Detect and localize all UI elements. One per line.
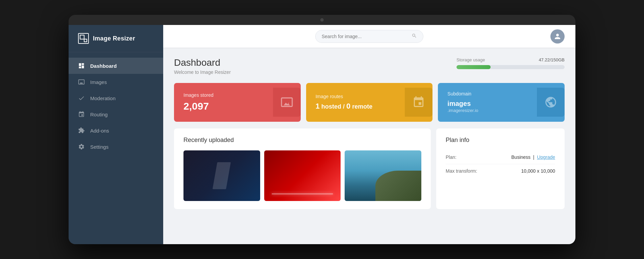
logo-text: Image Resizer [93,35,135,42]
stats-row: Images stored 2,097 Image routes [174,83,565,122]
stat-value-routes: 1 hosted / 0 remote [316,102,373,111]
images-icon [78,79,85,85]
search-input[interactable] [322,34,408,39]
page-subtitle: Welcome to Image Resizer [174,69,231,75]
sidebar-item-moderation[interactable]: Moderation [69,90,163,106]
sidebar-item-label-settings: Settings [90,144,108,150]
bottom-row: Recently uploaded Plan info Plan: [174,128,565,209]
device-camera [320,18,324,22]
storage-value: 47.22/150GB [539,57,565,62]
plan-row-transform: Max transform: 10,000 x 10,000 [446,164,555,178]
main-content: Dashboard Welcome to Image Resizer Stora… [163,25,575,244]
sidebar-item-images[interactable]: Images [69,74,163,90]
storage-label: Storage usage 47.22/150GB [456,57,565,62]
sidebar-item-dashboard[interactable]: Dashboard [69,58,163,74]
search-bar[interactable] [315,30,423,43]
max-transform-label: Max transform: [446,168,477,174]
logo-icon [78,33,89,44]
user-avatar[interactable] [550,29,565,44]
plan-row-plan: Plan: Business | Upgrade [446,150,555,164]
page-content: Dashboard Welcome to Image Resizer Stora… [163,48,575,244]
plan-label: Plan: [446,154,456,160]
stat-card-content: Images stored 2,097 [183,92,214,112]
stat-label-images: Images stored [183,92,214,98]
plan-info-section: Plan info Plan: Business | Upgrade Max t… [436,128,565,209]
header [163,25,575,48]
image-thumb-2 [264,150,341,201]
image-grid [183,150,421,201]
stat-icon-routes [405,88,432,117]
sidebar-item-settings[interactable]: Settings [69,139,163,155]
stat-card-images-stored: Images stored 2,097 [174,83,301,122]
image-thumb-1 [183,150,260,201]
dashboard-icon [78,62,85,69]
page-title-section: Dashboard Welcome to Image Resizer [174,57,231,75]
sidebar-item-routing[interactable]: Routing [69,106,163,122]
stat-card-routes-content: Image routes 1 hosted / 0 remote [316,94,373,111]
plan-value: Business | Upgrade [511,154,555,160]
stat-icon-images [273,88,301,117]
storage-fill [456,65,491,69]
moderation-icon [78,95,85,102]
sidebar-item-addons[interactable]: Add-ons [69,122,163,139]
stat-card-subdomain: Subdomain images .imageresizer.io [438,83,565,122]
storage-bar [456,65,565,69]
stat-label-subdomain: Subdomain [447,91,478,96]
stat-card-subdomain-content: Subdomain images .imageresizer.io [447,91,478,114]
routing-icon [78,111,85,118]
stat-value-images: 2,097 [183,100,214,112]
page-title: Dashboard [174,57,231,68]
page-header: Dashboard Welcome to Image Resizer Stora… [174,57,565,75]
image-thumb-3 [345,150,421,201]
stat-card-image-routes: Image routes 1 hosted / 0 remote [306,83,433,122]
recently-uploaded-title: Recently uploaded [183,137,421,144]
sidebar-item-label-moderation: Moderation [90,95,116,101]
stat-label-routes: Image routes [316,94,373,99]
sidebar: Image Resizer Dashboard [69,25,163,244]
stat-icon-subdomain [537,88,565,117]
upgrade-link[interactable]: Upgrade [537,154,555,160]
sidebar-item-label-dashboard: Dashboard [90,63,117,69]
plan-info-title: Plan info [446,137,555,144]
storage-section: Storage usage 47.22/150GB [456,57,565,69]
sidebar-item-label-images: Images [90,79,107,85]
settings-icon [78,143,85,150]
sidebar-logo: Image Resizer [69,25,163,52]
sidebar-item-label-routing: Routing [90,112,108,117]
stat-subdomain-value: images .imageresizer.io [447,99,478,114]
search-icon [412,33,417,40]
sidebar-nav: Dashboard Images [69,52,163,244]
max-transform-value: 10,000 x 10,000 [521,168,555,174]
sidebar-item-label-addons: Add-ons [90,128,109,134]
addons-icon [78,127,85,134]
recently-uploaded-section: Recently uploaded [174,128,431,209]
